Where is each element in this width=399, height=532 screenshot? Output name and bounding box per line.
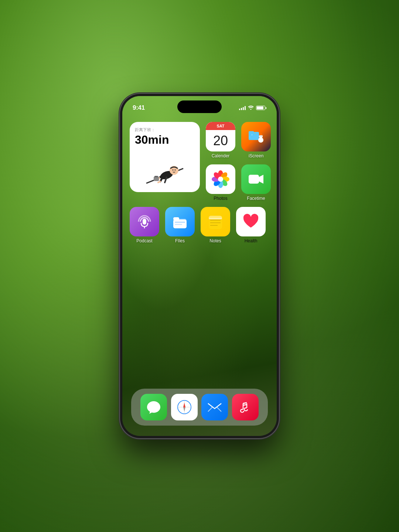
calendar-date: 20 xyxy=(213,134,228,147)
notes-app[interactable]: Notes xyxy=(201,207,230,243)
svg-point-4 xyxy=(175,170,176,171)
iscreen-small-app[interactable]: iScreen xyxy=(241,122,271,158)
facetime-icon xyxy=(247,170,265,188)
photos-label: Photos xyxy=(214,196,227,201)
health-label: Health xyxy=(245,238,258,243)
dynamic-island xyxy=(177,100,222,113)
svg-rect-54 xyxy=(208,403,221,412)
right-column: SAT 20 Calender xyxy=(206,122,235,201)
photos-app[interactable]: Photos xyxy=(206,164,235,201)
svg-rect-46 xyxy=(209,218,222,219)
status-time: 9:41 xyxy=(133,104,145,112)
safari-dock-app[interactable] xyxy=(171,394,198,420)
svg-marker-33 xyxy=(259,175,263,184)
mail-dock-app[interactable] xyxy=(201,394,228,420)
podcast-app[interactable]: Podcast xyxy=(130,207,159,243)
svg-point-30 xyxy=(255,133,255,134)
calendar-day-name: SAT xyxy=(216,124,224,128)
svg-rect-21 xyxy=(249,132,259,140)
signal-icon xyxy=(239,106,246,110)
facetime-app[interactable]: Facetime xyxy=(241,164,271,201)
calendar-app[interactable]: SAT 20 Calender xyxy=(206,122,235,158)
mail-dock-icon xyxy=(207,399,223,415)
dock xyxy=(131,389,268,426)
widget-illustration xyxy=(135,147,195,187)
svg-line-60 xyxy=(243,405,247,405)
files-icon xyxy=(171,213,189,231)
phone-frame: 9:41 xyxy=(120,94,279,438)
svg-rect-34 xyxy=(143,219,146,225)
widget-time-value: 30min xyxy=(135,133,195,146)
photos-icon xyxy=(210,169,231,190)
wifi-icon xyxy=(248,105,254,111)
podcast-label: Podcast xyxy=(136,238,152,243)
status-icons xyxy=(239,105,266,111)
app-grid: 距离下班： 30min xyxy=(122,115,277,243)
widget-title: 距离下班： xyxy=(135,127,195,133)
svg-point-25 xyxy=(260,136,260,136)
right-column-2: iScreen Facetime xyxy=(241,122,271,201)
battery-icon xyxy=(256,106,266,110)
calendar-label: Calender xyxy=(212,153,230,158)
svg-rect-32 xyxy=(249,175,259,184)
notes-label: Notes xyxy=(209,238,221,243)
svg-point-29 xyxy=(252,134,252,135)
music-dock-icon xyxy=(237,399,253,415)
svg-rect-40 xyxy=(175,224,182,225)
podcast-icon xyxy=(136,213,153,231)
notes-icon xyxy=(207,213,224,231)
svg-rect-39 xyxy=(175,222,185,223)
svg-point-3 xyxy=(173,170,174,171)
svg-rect-22 xyxy=(249,131,254,133)
music-dock-app[interactable] xyxy=(232,394,259,420)
iscreen-widget[interactable]: 距离下班： 30min xyxy=(130,122,200,192)
svg-line-55 xyxy=(208,407,212,412)
files-label: FIles xyxy=(175,238,185,243)
svg-point-26 xyxy=(261,136,262,136)
calendar-top: SAT xyxy=(206,122,235,130)
svg-line-59 xyxy=(243,403,247,403)
safari-dock-icon xyxy=(176,399,192,415)
iscreen-small-icon xyxy=(247,127,265,146)
health-app[interactable]: Health xyxy=(236,207,266,243)
svg-point-23 xyxy=(258,137,263,143)
app-row-1: 距离下班： 30min xyxy=(130,122,269,201)
messages-dock-icon xyxy=(146,399,162,415)
files-app[interactable]: FIles xyxy=(165,207,195,243)
phone-screen: 9:41 xyxy=(122,96,277,436)
svg-rect-38 xyxy=(173,217,179,220)
svg-point-31 xyxy=(249,137,250,137)
health-icon xyxy=(241,211,261,232)
svg-rect-11 xyxy=(154,176,158,177)
iscreen-small-label: iScreen xyxy=(249,153,264,158)
messages-dock-app[interactable] xyxy=(140,394,167,420)
svg-point-20 xyxy=(218,177,223,182)
facetime-label: Facetime xyxy=(247,196,265,201)
svg-rect-28 xyxy=(260,133,262,134)
app-row-3: Podcast xyxy=(130,207,269,243)
svg-line-56 xyxy=(217,407,221,412)
svg-line-8 xyxy=(158,181,160,183)
